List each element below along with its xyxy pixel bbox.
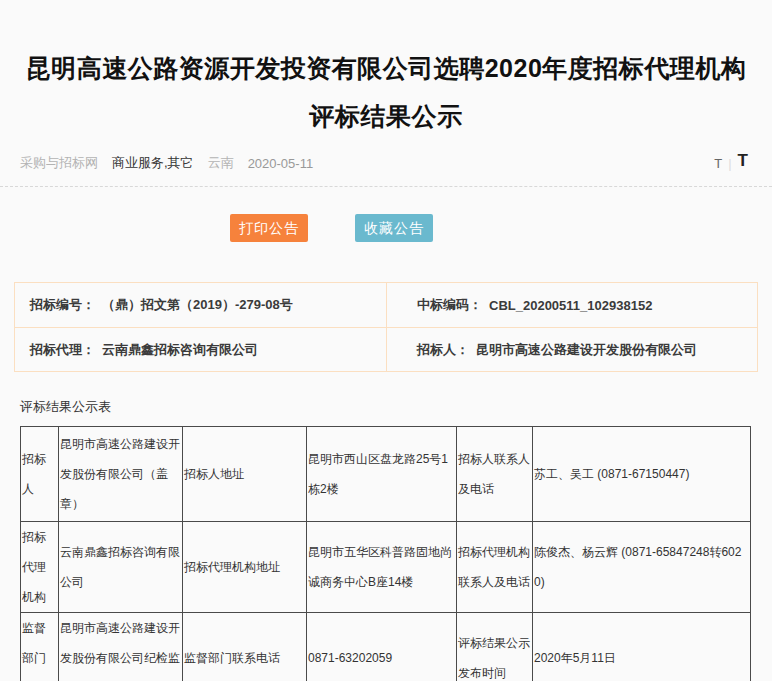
font-size-separator: | — [728, 156, 731, 171]
supervisor-name-cell: 昆明市高速公路建设开发股份有限公司纪检监察室 — [59, 613, 183, 681]
announcement-page: 昆明高速公路资源开发投资有限公司选聘2020年度招标代理机构 评标结果公示 采购… — [0, 0, 772, 681]
publish-date-label-cell: 评标结果公示发布时间 — [457, 613, 533, 681]
evaluation-result-table: 招标人 昆明市高速公路建设开发股份有限公司（盖章） 招标人地址 昆明市西山区盘龙… — [20, 426, 751, 681]
bidder-address-label-cell: 招标人地址 — [183, 427, 307, 522]
table-row-agency: 招标代理机构 云南鼎鑫招标咨询有限公司 招标代理机构地址 昆明市五华区科普路固地… — [21, 522, 751, 613]
bid-number-cell: 招标编号： （鼎）招文第（2019）-279-08号 — [15, 283, 386, 327]
win-code-value: CBL_20200511_102938152 — [489, 298, 652, 313]
result-table-caption: 评标结果公示表 — [20, 398, 772, 416]
supervisor-phone-label-cell: 监督部门联系电话 — [183, 613, 307, 681]
bid-agency-label: 招标代理： — [30, 341, 95, 359]
win-code-label: 中标编码： — [417, 296, 482, 314]
table-row-supervisor: 监督部门名称 昆明市高速公路建设开发股份有限公司纪检监察室 监督部门联系电话 0… — [21, 613, 751, 681]
win-code-cell: 中标编码： CBL_20200511_102938152 — [386, 283, 757, 327]
page-title-line-2: 评标结果公示 — [0, 92, 772, 140]
tenderee-label: 招标人： — [417, 341, 469, 359]
bidder-name-cell: 昆明市高速公路建设开发股份有限公司（盖章） — [59, 427, 183, 522]
supervisor-phone-cell: 0871-63202059 — [307, 613, 457, 681]
page-title: 昆明高速公路资源开发投资有限公司选聘2020年度招标代理机构 评标结果公示 — [0, 0, 772, 140]
meta-category-label: 商业服务,其它 — [112, 154, 194, 172]
agency-address-cell: 昆明市五华区科普路固地尚诚商务中心B座14楼 — [307, 522, 457, 613]
font-size-controls: T | T — [714, 151, 748, 171]
bid-agency-cell: 招标代理： 云南鼎鑫招标咨询有限公司 — [15, 328, 386, 371]
bid-number-value: （鼎）招文第（2019）-279-08号 — [102, 296, 293, 314]
dashed-divider — [0, 186, 772, 187]
agency-address-label-cell: 招标代理机构地址 — [183, 522, 307, 613]
publish-date-cell: 2020年5月11日 — [533, 613, 751, 681]
page-title-line-1: 昆明高速公路资源开发投资有限公司选聘2020年度招标代理机构 — [0, 44, 772, 92]
agency-name-cell: 云南鼎鑫招标咨询有限公司 — [59, 522, 183, 613]
bidder-contact-cell: 苏工、吴工 (0871-67150447) — [533, 427, 751, 522]
bid-agency-value: 云南鼎鑫招标咨询有限公司 — [102, 341, 258, 359]
bidder-contact-label-cell: 招标人联系人及电话 — [457, 427, 533, 522]
tenderee-cell: 招标人： 昆明市高速公路建设开发股份有限公司 — [386, 328, 757, 371]
bid-summary-box: 招标编号： （鼎）招文第（2019）-279-08号 中标编码： CBL_202… — [14, 282, 758, 372]
agency-contact-label-cell: 招标代理机构联系人及电话 — [457, 522, 533, 613]
meta-row: 采购与招标网 商业服务,其它 云南 2020-05-11 T | T — [0, 153, 772, 173]
summary-row: 招标代理： 云南鼎鑫招标咨询有限公司 招标人： 昆明市高速公路建设开发股份有限公… — [15, 327, 757, 371]
agency-label-cell: 招标代理机构 — [21, 522, 59, 613]
meta-source-label: 采购与招标网 — [20, 154, 98, 172]
action-buttons: 打印公告 收藏公告 — [0, 214, 772, 242]
table-row-bidder: 招标人 昆明市高速公路建设开发股份有限公司（盖章） 招标人地址 昆明市西山区盘龙… — [21, 427, 751, 522]
bidder-address-cell: 昆明市西山区盘龙路25号1栋2楼 — [307, 427, 457, 522]
favorite-announcement-button[interactable]: 收藏公告 — [355, 214, 433, 242]
meta-region-label: 云南 — [208, 154, 234, 172]
meta-date-label: 2020-05-11 — [248, 156, 314, 171]
font-size-increase-button[interactable]: T — [738, 151, 748, 171]
print-announcement-button[interactable]: 打印公告 — [230, 214, 308, 242]
bid-number-label: 招标编号： — [30, 296, 95, 314]
tenderee-value: 昆明市高速公路建设开发股份有限公司 — [476, 341, 697, 359]
supervisor-label-cell: 监督部门名称 — [21, 613, 59, 681]
bidder-label-cell: 招标人 — [21, 427, 59, 522]
font-size-decrease-button[interactable]: T — [714, 156, 722, 171]
summary-row: 招标编号： （鼎）招文第（2019）-279-08号 中标编码： CBL_202… — [15, 283, 757, 327]
agency-contact-cell: 陈俊杰、杨云辉 (0871-65847248转6020) — [533, 522, 751, 613]
